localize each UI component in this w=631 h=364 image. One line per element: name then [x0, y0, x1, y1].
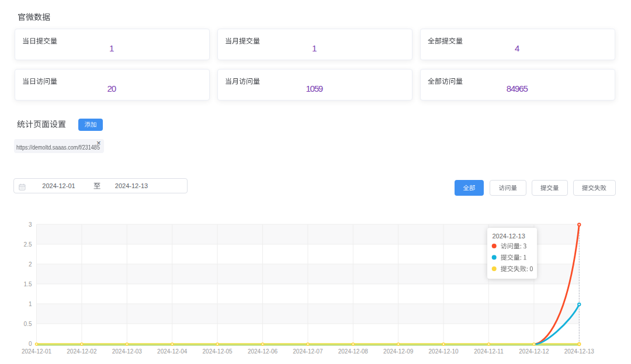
svg-text:3: 3 — [29, 221, 32, 228]
svg-text:2: 2 — [29, 261, 32, 268]
svg-text:2024-12-04: 2024-12-04 — [157, 348, 188, 355]
svg-text:2024-12-05: 2024-12-05 — [203, 348, 233, 355]
svg-text:2024-12-07: 2024-12-07 — [293, 348, 323, 355]
svg-text:2024-12-13: 2024-12-13 — [493, 233, 525, 240]
svg-text:2024-12-09: 2024-12-09 — [383, 348, 414, 355]
svg-text:2024-12-08: 2024-12-08 — [338, 348, 369, 355]
svg-text:1: 1 — [29, 301, 32, 307]
svg-text:0.5: 0.5 — [24, 321, 32, 327]
svg-text:2024-12-01: 2024-12-01 — [22, 348, 52, 355]
svg-text:2024-12-12: 2024-12-12 — [519, 348, 549, 355]
svg-text:2024-12-10: 2024-12-10 — [429, 348, 459, 355]
svg-text:1.5: 1.5 — [24, 281, 32, 287]
svg-text:2.5: 2.5 — [24, 241, 32, 248]
svg-text:0: 0 — [29, 341, 32, 347]
svg-text:2024-12-02: 2024-12-02 — [67, 348, 97, 355]
svg-text:2024-12-03: 2024-12-03 — [112, 348, 143, 355]
svg-text:2024-12-11: 2024-12-11 — [474, 348, 504, 355]
svg-text:2024-12-13: 2024-12-13 — [564, 348, 595, 355]
svg-text:2024-12-06: 2024-12-06 — [248, 348, 278, 355]
